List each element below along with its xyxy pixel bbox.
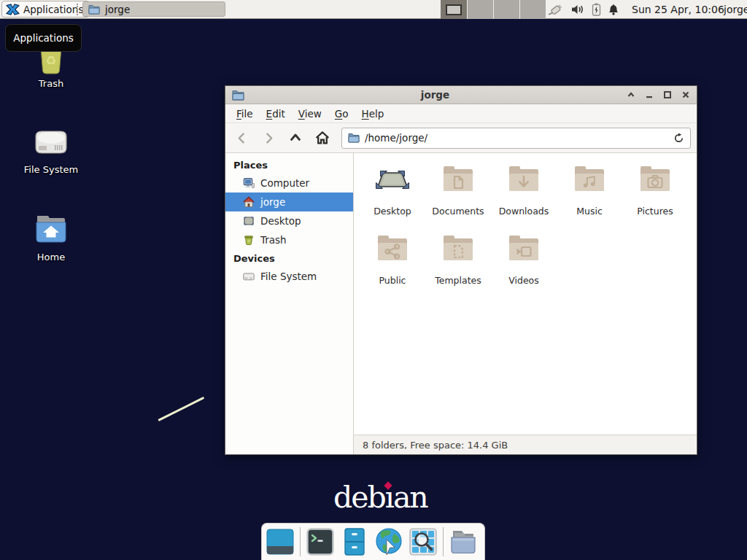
workspace-1-active[interactable] <box>441 0 467 19</box>
window-titlebar[interactable]: jorge <box>225 86 697 104</box>
home-button[interactable] <box>312 128 333 148</box>
window-content: Places Computer jorge <box>225 153 697 454</box>
tooltip-text: Applications <box>13 32 73 44</box>
stray-line-artifact <box>158 397 204 421</box>
app-finder-search-icon <box>409 527 438 556</box>
file-item-templates[interactable]: Templates <box>425 230 491 299</box>
active-workspace-window <box>446 4 462 15</box>
computer-icon <box>243 177 255 189</box>
desktop-icon <box>243 215 255 227</box>
reload-icon[interactable] <box>673 133 684 144</box>
status-bar: 8 folders, Free space: 14.4 GiB <box>354 435 697 454</box>
hard-drive-icon <box>32 124 70 160</box>
menu-view[interactable]: View <box>292 104 328 122</box>
xfce-logo-icon <box>6 4 20 15</box>
file-item-videos[interactable]: Videos <box>491 230 557 299</box>
drive-icon <box>243 271 255 282</box>
window-title: jorge <box>244 89 626 101</box>
devices-header: Devices <box>225 249 353 267</box>
bottom-dock <box>261 523 485 560</box>
close-button[interactable] <box>681 90 690 100</box>
forward-button[interactable] <box>258 128 279 148</box>
debian-logo: debıan <box>333 480 427 515</box>
dock-item-folder[interactable] <box>449 527 478 556</box>
sidebar-item-desktop[interactable]: Desktop <box>225 211 353 230</box>
menu-help[interactable]: Help <box>355 104 391 122</box>
battery-icon[interactable] <box>592 3 601 16</box>
home-folder-icon <box>33 211 69 248</box>
sidebar-item-file-system[interactable]: File System <box>225 267 353 286</box>
power-plug-icon[interactable] <box>547 3 564 16</box>
dock-separator <box>300 527 301 556</box>
folder-icon <box>348 133 360 143</box>
sidebar-item-computer[interactable]: Computer <box>225 174 353 192</box>
menu-go[interactable]: Go <box>328 104 355 122</box>
svg-text:♻: ♻ <box>45 53 56 68</box>
applications-menu-label: Applications <box>23 4 83 15</box>
back-button[interactable] <box>231 128 252 148</box>
panel-handle[interactable] <box>77 4 80 15</box>
panel-username: jorge <box>724 0 747 19</box>
up-button[interactable] <box>285 128 306 148</box>
volume-icon[interactable] <box>570 4 585 15</box>
file-item-documents[interactable]: Documents <box>425 160 491 230</box>
folder-icon <box>88 4 100 15</box>
debian-logo-i: ı <box>385 480 393 515</box>
places-header: Places <box>225 156 353 174</box>
file-item-downloads[interactable]: Downloads <box>491 160 557 230</box>
desktop-icon-home[interactable]: Home <box>15 211 88 262</box>
desktop-root: { "colors": { "desktop_bg": "#0d1031", "… <box>0 0 747 560</box>
shade-button[interactable] <box>626 90 635 100</box>
applications-tooltip: Applications <box>5 24 82 52</box>
workspace-2[interactable] <box>467 0 493 19</box>
menu-edit[interactable]: Edit <box>260 104 292 122</box>
folder-videos-icon <box>506 233 541 268</box>
debian-logo-text: an <box>393 480 427 515</box>
taskbar-window-button[interactable]: jorge <box>82 1 225 17</box>
system-tray <box>547 0 619 19</box>
back-arrow-icon <box>236 132 248 144</box>
notifications-bell-icon[interactable] <box>608 4 619 15</box>
home-icon <box>243 196 255 208</box>
workspace-3[interactable] <box>493 0 519 19</box>
sidebar-item-trash[interactable]: Trash <box>225 230 353 249</box>
sidebar-item-jorge[interactable]: jorge <box>225 192 353 211</box>
window-folder-icon <box>232 90 244 101</box>
trash-icon <box>243 234 255 246</box>
dock-item-app-finder[interactable] <box>409 527 438 556</box>
maximize-button[interactable] <box>662 90 672 100</box>
top-panel: Applications jorge <box>0 0 747 19</box>
menu-file[interactable]: File <box>230 104 260 122</box>
workspace-switcher <box>441 0 546 19</box>
places-sidebar: Places Computer jorge <box>225 153 354 454</box>
up-arrow-icon <box>289 131 302 144</box>
file-item-pictures[interactable]: Pictures <box>622 160 688 230</box>
workspace-4[interactable] <box>519 0 546 19</box>
dock-item-web-browser[interactable] <box>374 527 403 556</box>
web-browser-globe-icon <box>374 527 403 556</box>
panel-clock[interactable]: Sun 25 Apr, 10:06 <box>632 0 724 19</box>
file-manager-window: jorge File Edit View Go Help <box>225 85 697 455</box>
folder-music-icon <box>572 163 607 198</box>
folder-templates-icon <box>441 233 476 268</box>
dock-item-show-desktop[interactable] <box>266 527 295 556</box>
taskbar-window-label: jorge <box>105 4 130 15</box>
file-item-desktop[interactable]: Desktop <box>360 160 425 230</box>
desktop-icon-file-system[interactable]: File System <box>15 124 88 175</box>
debian-logo-text: deb <box>333 480 385 515</box>
folder-downloads-icon <box>506 163 541 198</box>
desktop-icon-label: File System <box>24 164 78 175</box>
minimize-button[interactable] <box>644 90 654 100</box>
dock-item-file-cabinet[interactable] <box>340 527 369 556</box>
path-input[interactable]: /home/jorge/ <box>365 132 668 144</box>
dock-item-terminal[interactable] <box>306 527 335 556</box>
desktop-workspace-icon <box>375 163 410 198</box>
folder-public-icon <box>375 233 410 268</box>
toolbar: /home/jorge/ <box>225 123 697 153</box>
terminal-icon <box>306 527 335 556</box>
file-item-public[interactable]: Public <box>360 230 425 299</box>
show-desktop-icon <box>266 527 295 556</box>
path-bar[interactable]: /home/jorge/ <box>341 128 691 149</box>
desktop-icon-label: Trash <box>39 78 63 89</box>
file-item-music[interactable]: Music <box>557 160 622 230</box>
